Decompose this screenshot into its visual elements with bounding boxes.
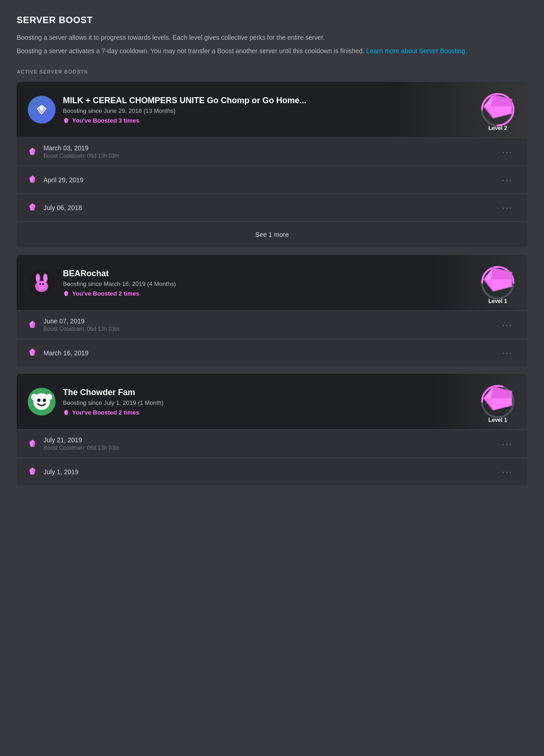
boost-date-3-0: July 21, 2019 [43,436,498,444]
boost-date-1-0: March 03, 2019 [43,144,498,152]
server-since-1: Boosting since June 29, 2018 (13 Months) [63,107,479,114]
section-label: ACTIVE SERVER BOOSTS [17,69,527,74]
level-circle-2: Level 1 [479,264,516,301]
server-avatar-3 [28,388,56,415]
svg-point-16 [39,283,41,285]
boost-row-2-1: March 16, 2019 ··· [17,339,527,366]
server-avatar-1 [28,96,56,124]
server-header-1: MILK + CEREAL CHOMPERS UNITE Go Chomp or… [17,82,527,137]
boost-gem-row-icon-2-0 [28,320,37,330]
level-text-3: Level 1 [488,417,507,423]
see-more-1[interactable]: See 1 more [17,221,527,248]
boosted-count-3: You've Boosted 2 times [63,409,479,416]
boost-row-1-2: July 06, 2018 ··· [17,193,527,221]
server-card-1: MILK + CEREAL CHOMPERS UNITE Go Chomp or… [17,82,527,248]
see-more-btn-1[interactable]: See 1 more [252,229,292,240]
boost-more-btn-2-0[interactable]: ··· [498,318,516,332]
server-header-3: The Chowder Fam Boosting since July 1, 2… [17,374,527,429]
description-2: Boosting a server activates a 7-day cool… [17,46,527,56]
level-gem-icon-2 [479,261,516,298]
server-info-3: The Chowder Fam Boosting since July 1, 2… [63,388,479,416]
bear-avatar-icon [28,269,56,297]
boosted-count-2: You've Boosted 2 times [63,290,479,297]
boost-row-1-1: April 29, 2019 ··· [17,166,527,193]
page-title: SERVER BOOST [17,15,527,25]
boosted-count-1: You've Boosted 3 times [63,117,479,124]
learn-more-link[interactable]: Learn more about Server Boosting. [366,47,467,55]
level-circle-3: Level 1 [479,383,516,420]
boost-row-info-2-0: June 07, 2019 Boost Cooldown: 06d 13h 03… [43,317,498,332]
boost-cooldown-1-0: Boost Cooldown: 06d 13h 03m [43,153,498,159]
server-info-1: MILK + CEREAL CHOMPERS UNITE Go Chomp or… [63,96,479,124]
svg-point-17 [42,283,44,285]
boost-date-2-0: June 07, 2019 [43,317,498,325]
svg-point-22 [37,399,41,402]
server-card-2: BEARochat Boosting since March 16, 2019 … [17,255,527,366]
boost-gem-icon-2 [63,290,69,297]
level-gem-icon-3 [479,380,516,417]
boost-row-info-1-0: March 03, 2019 Boost Cooldown: 06d 13h 0… [43,144,498,159]
server-name-1: MILK + CEREAL CHOMPERS UNITE Go Chomp or… [63,96,479,105]
boost-gem-row-icon-2-1 [28,347,37,358]
svg-point-14 [44,275,47,281]
boost-date-1-2: July 06, 2018 [43,204,498,211]
boost-row-2-0: June 07, 2019 Boost Cooldown: 06d 13h 03… [17,310,527,339]
svg-point-25 [46,394,52,400]
boost-more-btn-1-0[interactable]: ··· [498,145,516,159]
boost-gem-icon-1 [63,117,69,124]
level-text-2: Level 1 [488,298,507,304]
level-content-2: Level 1 [479,261,516,304]
boost-gem-row-icon-1-0 [28,147,37,157]
boost-gem-row-icon-3-0 [28,439,37,449]
boost-date-3-1: July 1, 2019 [43,468,498,476]
boost-more-btn-3-1[interactable]: ··· [498,465,516,479]
level-badge-2: Level 1 [479,264,516,301]
description-1: Boosting a server allows it to progress … [17,33,527,43]
boost-row-info-1-2: July 06, 2018 [43,204,498,211]
server-avatar-2 [28,269,56,297]
server-since-2: Boosting since March 16, 2019 (4 Months) [63,280,479,287]
chowder-avatar-icon [28,388,56,415]
boost-cooldown-3-0: Boost Cooldown: 06d 13h 03m [43,445,498,451]
boost-row-3-1: July 1, 2019 ··· [17,458,527,485]
boost-date-1-1: April 29, 2019 [43,176,498,184]
boost-date-2-1: March 16, 2019 [43,349,498,357]
server-name-2: BEARochat [63,269,479,279]
boost-more-btn-3-0[interactable]: ··· [498,437,516,451]
boost-gem-row-icon-3-1 [28,466,37,477]
server-since-3: Boosting since July 1, 2019 (1 Month) [63,399,479,406]
svg-point-23 [43,399,46,402]
boost-row-3-0: July 21, 2019 Boost Cooldown: 06d 13h 03… [17,429,527,458]
level-text-1: Level 2 [488,125,507,131]
discord-v-icon [33,101,50,118]
level-content-3: Level 1 [479,380,516,423]
server-name-3: The Chowder Fam [63,388,479,397]
boost-gem-row-icon-1-2 [28,202,37,213]
server-info-2: BEARochat Boosting since March 16, 2019 … [63,269,479,297]
svg-point-24 [31,394,37,400]
boost-more-btn-1-1[interactable]: ··· [498,173,516,187]
svg-point-13 [37,275,39,281]
level-badge-3: Level 1 [479,383,516,420]
boost-more-btn-2-1[interactable]: ··· [498,346,516,360]
boost-row-info-3-1: July 1, 2019 [43,468,498,476]
level-content-1: Level 2 [479,88,516,131]
level-gem-icon-1 [479,88,516,125]
boost-gem-icon-3 [63,409,69,415]
boost-row-1-0: March 03, 2019 Boost Cooldown: 06d 13h 0… [17,137,527,166]
boost-cooldown-2-0: Boost Cooldown: 06d 13h 03m [43,326,498,332]
level-badge-1: Level 2 [479,91,516,128]
boost-row-info-2-1: March 16, 2019 [43,349,498,357]
boost-row-info-3-0: July 21, 2019 Boost Cooldown: 06d 13h 03… [43,436,498,451]
svg-point-15 [38,281,45,289]
boost-gem-row-icon-1-1 [28,174,37,185]
boost-more-btn-1-2[interactable]: ··· [498,200,516,215]
level-circle-1: Level 2 [479,91,516,128]
boost-row-info-1-1: April 29, 2019 [43,176,498,184]
server-card-3: The Chowder Fam Boosting since July 1, 2… [17,374,527,485]
server-header-2: BEARochat Boosting since March 16, 2019 … [17,255,527,310]
